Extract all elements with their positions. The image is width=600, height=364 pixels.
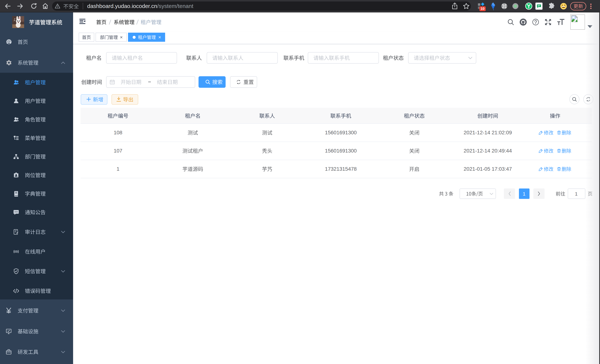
svg-text:10: 10 xyxy=(480,7,484,10)
